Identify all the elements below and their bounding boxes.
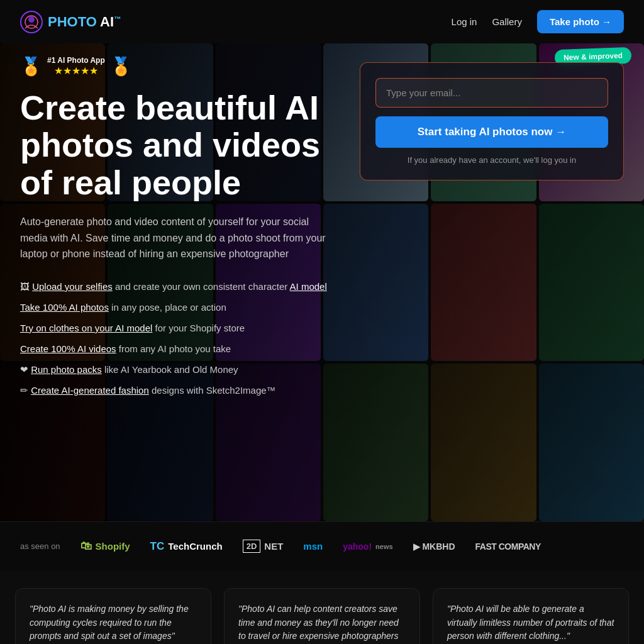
feature-text-4: from any AI photo you take	[119, 343, 231, 354]
badge-stars: ★★★★★	[47, 65, 105, 77]
fastcompany-logo: FAST COMPANY	[475, 541, 541, 552]
feature-item-photos: Take 100% AI photos in any pose, place o…	[20, 301, 335, 314]
shopify-bag-icon: 🛍	[80, 540, 92, 553]
tc-icon: TC	[150, 540, 165, 553]
navbar: PHOTO AI™ Log in Gallery Take photo →	[0, 0, 644, 43]
logo-icon	[20, 11, 43, 33]
gallery-link[interactable]: Gallery	[492, 16, 522, 27]
svg-point-2	[28, 16, 35, 23]
fashion-link[interactable]: Create AI-generated fashion	[31, 385, 149, 396]
photo-packs-link[interactable]: Run photo packs	[31, 364, 102, 375]
shopify-logo: 🛍 Shopify	[80, 540, 130, 553]
testimonial-card-3: "Photo AI will be able to generate a vir…	[433, 588, 629, 644]
zdnet-logo: 2D NET	[243, 540, 284, 553]
ai-model-link[interactable]: AI model	[290, 281, 327, 292]
laurel-left: 🏅	[20, 56, 42, 77]
logo: PHOTO AI™	[20, 11, 121, 33]
testimonials-section: "Photo AI is making money by selling the…	[0, 570, 644, 644]
testimonial-text-1: "Photo AI is making money by selling the…	[30, 602, 197, 643]
logo-text: PHOTO AI™	[48, 14, 121, 30]
msn-logo: msn	[303, 541, 323, 552]
feature-item-selfies: 🖼 Upload your selfies and create your ow…	[20, 280, 335, 293]
hero-content: 🏅 #1 AI Photo App ★★★★★ 🏅 Create beautif…	[0, 43, 644, 422]
take-photo-cta[interactable]: Take photo →	[537, 10, 624, 33]
feature-item-fashion: ✏ Create AI-generated fashion designs wi…	[20, 384, 335, 397]
feature-text-5: like AI Yearbook and Old Money	[104, 364, 238, 375]
testimonial-text-2: "Photo AI can help content creators save…	[238, 602, 406, 644]
feature-list: 🖼 Upload your selfies and create your ow…	[20, 280, 335, 397]
feature-item-clothes: Try on clothes on your AI model for your…	[20, 321, 335, 335]
take-photos-link[interactable]: Take 100% AI photos	[20, 302, 109, 313]
hero-left: 🏅 #1 AI Photo App ★★★★★ 🏅 Create beautif…	[20, 56, 335, 397]
hero-right: New & improved Start taking AI photos no…	[360, 56, 624, 180]
form-note: If you already have an account, we'll lo…	[375, 155, 608, 165]
badge-title: #1 AI Photo App	[47, 56, 105, 65]
yahoo-logo: yahoo! news	[343, 541, 392, 552]
mkbhd-logo: ▶ MKBHD	[413, 541, 455, 552]
badge-text: #1 AI Photo App ★★★★★	[47, 56, 105, 77]
pencil-icon: ✏	[20, 385, 31, 396]
testimonial-text-3: "Photo AI will be able to generate a vir…	[447, 602, 614, 643]
press-logos: 🛍 Shopify TC TechCrunch 2D NET msn yahoo…	[80, 540, 541, 553]
feature-item-videos: Create 100% AI videos from any AI photo …	[20, 342, 335, 355]
as-seen-label: as seen on	[20, 541, 60, 551]
hero-section: 🏅 #1 AI Photo App ★★★★★ 🏅 Create beautif…	[0, 43, 644, 521]
try-clothes-link[interactable]: Try on clothes on your AI model	[20, 323, 152, 333]
feature-text-2: in any pose, place or action	[111, 302, 226, 313]
award-badge: 🏅 #1 AI Photo App ★★★★★ 🏅	[20, 56, 335, 77]
selfies-icon: 🖼	[20, 281, 30, 292]
email-form: Start taking AI photos now → If you alre…	[360, 62, 624, 180]
submit-button[interactable]: Start taking AI photos now →	[375, 116, 608, 148]
create-videos-link[interactable]: Create 100% AI videos	[20, 343, 116, 354]
email-input[interactable]	[375, 78, 608, 108]
logo-tm: ™	[114, 14, 121, 22]
feature-text-1: and create your own consistent character	[115, 281, 290, 292]
heart-icon: ❤	[20, 364, 31, 375]
feature-item-packs: ❤ Run photo packs like AI Yearbook and O…	[20, 363, 335, 376]
hero-heading: Create beautiful AI photos and videos of…	[20, 89, 335, 201]
zdnet-box: 2D	[243, 540, 261, 553]
feature-text-3: for your Shopify store	[155, 323, 245, 333]
techcrunch-logo: TC TechCrunch	[150, 540, 223, 553]
testimonial-card-2: "Photo AI can help content creators save…	[224, 588, 420, 644]
testimonial-card-1: "Photo AI is making money by selling the…	[15, 588, 211, 644]
as-seen-on-section: as seen on 🛍 Shopify TC TechCrunch 2D NE…	[0, 521, 644, 570]
tc-text: TechCrunch	[168, 541, 222, 552]
login-link[interactable]: Log in	[452, 16, 477, 27]
feature-text-6: designs with Sketch2Image™	[152, 385, 276, 396]
nav-links: Log in Gallery Take photo →	[452, 10, 624, 33]
laurel-right: 🏅	[110, 56, 132, 77]
upload-selfies-link[interactable]: Upload your selfies	[32, 281, 113, 292]
hero-description: Auto-generate photo and video content of…	[20, 214, 335, 262]
